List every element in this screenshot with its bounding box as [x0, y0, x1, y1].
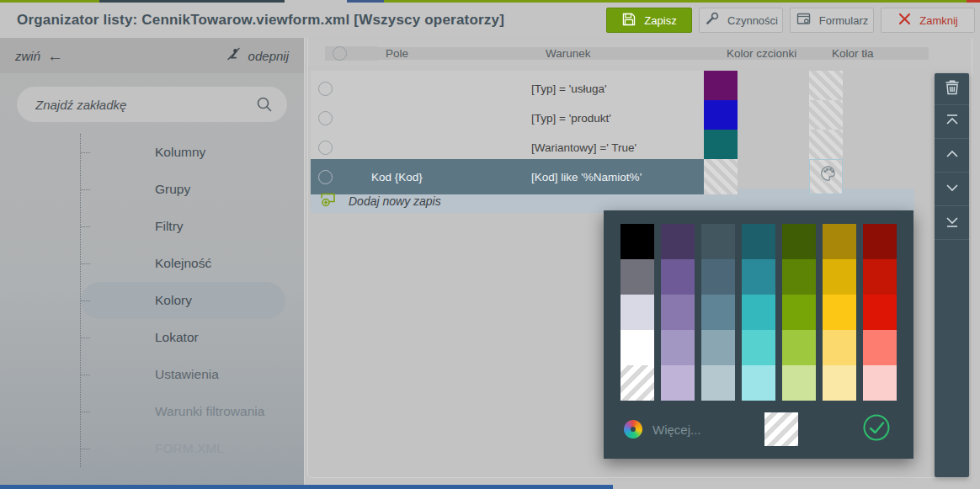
- column-header-warunek: Warunek: [537, 47, 718, 60]
- sidebar-item-form-xml[interactable]: FORM.XML: [81, 430, 285, 467]
- sidebar-item-label: Filtry: [155, 219, 184, 234]
- sidebar-top-bar: zwiń ← odepnij: [0, 38, 304, 73]
- collapse-label: zwiń: [15, 49, 40, 63]
- palette-swatch[interactable]: [782, 295, 816, 330]
- move-up-button[interactable]: [935, 139, 969, 173]
- palette-swatch[interactable]: [620, 224, 654, 259]
- radio-circle[interactable]: [318, 82, 333, 96]
- sidebar-item-kolory[interactable]: Kolory: [81, 282, 285, 319]
- palette-swatch[interactable]: [742, 295, 775, 330]
- palette-swatch[interactable]: [661, 365, 695, 401]
- sidebar-item-label: Kolory: [155, 293, 192, 308]
- palette-swatch[interactable]: [701, 295, 735, 330]
- palette-swatch[interactable]: [782, 365, 816, 401]
- chevron-down-bar-icon: [942, 211, 962, 235]
- palette-swatch[interactable]: [823, 224, 856, 259]
- search-input[interactable]: [17, 87, 287, 122]
- palette-swatch[interactable]: [742, 224, 775, 259]
- palette-swatch[interactable]: [620, 295, 654, 330]
- actions-button[interactable]: Czynności: [699, 8, 783, 33]
- sidebar-item-warunki-filtrowania[interactable]: Warunki filtrowania: [81, 393, 285, 430]
- move-to-top-button[interactable]: [935, 105, 969, 139]
- font-color-swatch[interactable]: [704, 159, 738, 194]
- table-row[interactable]: [Wariantowy] =' True': [311, 130, 914, 157]
- confirm-color-button[interactable]: [861, 412, 892, 446]
- close-button[interactable]: Zamknij: [881, 8, 975, 33]
- palette-swatch[interactable]: [823, 295, 856, 330]
- color-wheel-icon: [624, 420, 642, 439]
- chevron-down-icon: [942, 178, 962, 201]
- collapse-sidebar-button[interactable]: zwiń ←: [15, 48, 63, 64]
- palette-swatch[interactable]: [782, 224, 816, 259]
- strip-segment: [384, 0, 967, 3]
- search-icon[interactable]: [255, 95, 274, 117]
- table-row[interactable]: [Typ] = 'produkt': [311, 100, 914, 128]
- palette-swatch[interactable]: [823, 259, 856, 295]
- bg-color-swatch[interactable]: [809, 159, 843, 194]
- radio-circle[interactable]: [318, 111, 333, 125]
- palette-swatch[interactable]: [863, 330, 897, 365]
- more-colors-button[interactable]: Więcej...: [624, 420, 701, 439]
- palette-swatch[interactable]: [863, 365, 897, 401]
- sidebar-item-grupy[interactable]: Grupy: [81, 171, 285, 208]
- sidebar-item-kolumny[interactable]: Kolumny: [81, 134, 285, 171]
- save-button[interactable]: Zapisz: [606, 8, 692, 33]
- palette-swatch[interactable]: [782, 330, 816, 365]
- close-x-icon: [897, 12, 912, 29]
- palette-swatch[interactable]: [661, 330, 695, 365]
- palette-swatch[interactable]: [863, 295, 897, 330]
- palette-swatch[interactable]: [863, 259, 897, 295]
- sidebar: zwiń ← odepnij: [0, 38, 305, 489]
- palette-swatch[interactable]: [701, 365, 735, 401]
- palette-swatch[interactable]: [782, 259, 816, 295]
- sidebar-item-ustawienia[interactable]: Ustawienia: [81, 356, 285, 393]
- palette-swatch[interactable]: [863, 224, 897, 259]
- current-color-swatch[interactable]: [764, 412, 798, 446]
- table-row[interactable]: Kod {Kod}[Kod] like '%Namiot%': [311, 159, 914, 187]
- palette-swatch[interactable]: [661, 259, 695, 295]
- chevron-up-icon: [942, 144, 962, 167]
- delete-row-button[interactable]: [935, 73, 969, 105]
- palette-swatch[interactable]: [701, 259, 735, 295]
- palette-swatch[interactable]: [823, 365, 856, 401]
- cell-pole[interactable]: Kod {Kod}: [363, 159, 523, 194]
- palette-swatch[interactable]: [742, 365, 775, 401]
- radio-circle[interactable]: [318, 141, 333, 155]
- form-button[interactable]: Formularz: [790, 8, 874, 33]
- sidebar-item-label: Ustawienia: [155, 367, 219, 382]
- wrench-icon: [704, 11, 720, 29]
- palette-swatch[interactable]: [742, 330, 775, 365]
- close-button-label: Zamknij: [919, 14, 958, 27]
- palette-swatch[interactable]: [823, 330, 856, 365]
- header-buttons: Zapisz Czynności: [606, 8, 975, 33]
- unpin-button[interactable]: odepnij: [226, 46, 289, 66]
- palette-swatch-transparent[interactable]: [620, 365, 654, 401]
- palette-swatch[interactable]: [701, 224, 735, 259]
- palette-swatch[interactable]: [742, 259, 775, 295]
- palette-swatch[interactable]: [661, 224, 695, 259]
- strip-segment: [285, 0, 347, 3]
- radio-circle[interactable]: [318, 170, 333, 184]
- save-button-label: Zapisz: [644, 14, 676, 27]
- sidebar-item-label: FORM.XML: [155, 441, 224, 456]
- column-header-kolor-tla: Kolor tła: [823, 47, 929, 60]
- palette-icon[interactable]: [819, 164, 838, 185]
- cell-warunek[interactable]: [Kod] like '%Namiot%': [523, 159, 704, 194]
- toolbar-filler: [935, 240, 969, 477]
- sidebar-item-label: Grupy: [155, 182, 190, 197]
- sidebar-item-lokator[interactable]: Lokator: [81, 319, 285, 356]
- palette-swatch[interactable]: [701, 330, 735, 365]
- sidebar-item-label: Kolejność: [155, 256, 211, 271]
- sidebar-item-filtry[interactable]: Filtry: [81, 208, 285, 245]
- palette-swatch[interactable]: [620, 259, 654, 295]
- trash-icon: [942, 77, 962, 101]
- palette-swatch[interactable]: [620, 330, 654, 365]
- bookmark-search: [17, 87, 287, 122]
- table-row[interactable]: [Typ] = 'usługa': [311, 71, 914, 98]
- move-to-bottom-button[interactable]: [935, 206, 969, 240]
- move-down-button[interactable]: [935, 173, 969, 206]
- add-record-icon: [319, 190, 338, 212]
- palette-swatch[interactable]: [661, 295, 695, 330]
- top-color-strip: [0, 0, 980, 3]
- sidebar-item-kolejność[interactable]: Kolejność: [81, 245, 285, 282]
